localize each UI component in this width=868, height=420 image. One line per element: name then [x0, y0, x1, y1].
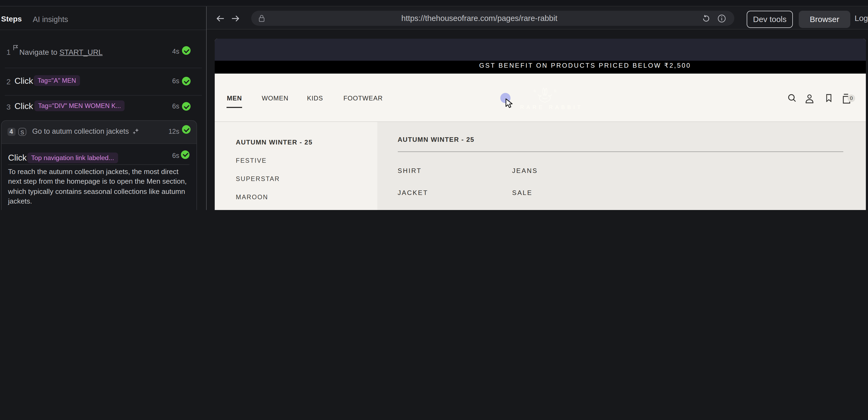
svg-text:R: R [554, 89, 556, 93]
svg-text:R: R [534, 89, 536, 93]
